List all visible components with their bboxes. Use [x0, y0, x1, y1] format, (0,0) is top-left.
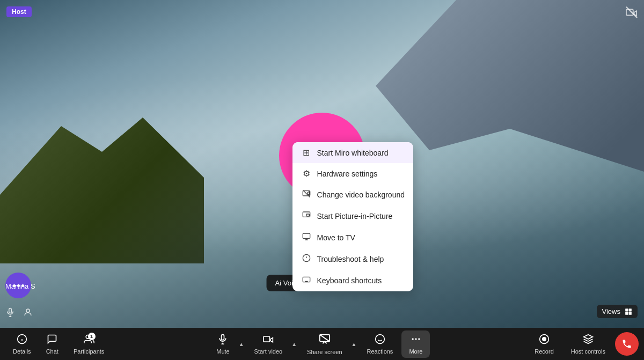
toolbar: Details Chat 1 Participants: [0, 328, 644, 360]
more-label: More: [409, 348, 422, 355]
participants-button[interactable]: 1 Participants: [66, 330, 112, 358]
participant-controls: [5, 307, 33, 320]
share-screen-button[interactable]: Share screen: [299, 330, 349, 358]
details-icon: [17, 334, 27, 347]
participants-count-badge: 1: [88, 333, 96, 340]
svg-rect-14: [303, 233, 310, 238]
gear-icon: ⚙: [301, 168, 312, 179]
start-video-button[interactable]: Start video: [247, 330, 290, 358]
troubleshoot-icon: [301, 254, 312, 265]
share-arrow-button[interactable]: ▲: [350, 340, 358, 348]
more-button[interactable]: More: [401, 330, 430, 358]
share-screen-group: Share screen ▲: [299, 330, 358, 358]
pip-icon: [301, 211, 312, 222]
host-controls-icon: [583, 334, 594, 347]
menu-item-hardware[interactable]: ⚙ Hardware settings: [292, 163, 413, 184]
svg-rect-2: [625, 308, 628, 311]
mute-button[interactable]: Mute: [209, 330, 237, 358]
mute-group: Mute ▲: [209, 330, 245, 358]
svg-line-28: [320, 334, 330, 341]
svg-point-33: [415, 338, 416, 340]
video-area: Host MS Views: [0, 0, 644, 328]
miro-icon: ⊞: [301, 148, 312, 158]
menu-item-miro[interactable]: ⊞ Start Miro whiteboard: [292, 142, 413, 163]
menu-item-video-bg[interactable]: Change video background: [292, 184, 413, 205]
mute-arrow-button[interactable]: ▲: [237, 340, 246, 348]
svg-point-9: [26, 309, 30, 312]
start-video-icon: [263, 334, 274, 347]
views-button[interactable]: Views: [597, 305, 638, 318]
video-arrow-button[interactable]: ▲: [290, 340, 298, 348]
host-controls-button[interactable]: Host controls: [564, 330, 613, 358]
person-icon: [23, 307, 33, 320]
chat-label: Chat: [46, 348, 58, 355]
chat-icon: [47, 334, 57, 347]
svg-rect-26: [264, 336, 270, 342]
share-screen-label: Share screen: [307, 349, 342, 355]
end-call-button[interactable]: [615, 332, 639, 356]
svg-rect-6: [9, 308, 12, 313]
start-video-label: Start video: [254, 348, 283, 355]
tv-icon: [301, 232, 312, 243]
chat-button[interactable]: Chat: [39, 330, 66, 358]
more-icon: [411, 334, 421, 347]
reactions-icon: [375, 334, 385, 347]
mic-icon: [5, 307, 15, 320]
menu-item-pip[interactable]: Start Picture-in-Picture: [292, 205, 413, 227]
record-button[interactable]: Record: [527, 330, 561, 358]
reactions-label: Reactions: [367, 348, 393, 355]
svg-rect-3: [629, 308, 632, 311]
context-menu: ⊞ Start Miro whiteboard ⚙ Hardware setti…: [292, 142, 413, 291]
svg-rect-13: [306, 214, 309, 216]
toolbar-left: Details Chat 1 Participants: [5, 330, 112, 358]
reactions-button[interactable]: Reactions: [359, 330, 400, 358]
participant-name: Martina S: [5, 282, 35, 290]
menu-item-tv[interactable]: Move to TV: [292, 227, 413, 248]
video-bg-icon: [301, 189, 312, 200]
start-video-group: Start video ▲: [247, 330, 299, 358]
record-label: Record: [535, 348, 553, 355]
share-screen-icon: [319, 333, 331, 348]
record-icon: [539, 334, 550, 347]
host-controls-label: Host controls: [571, 348, 605, 355]
menu-item-troubleshoot[interactable]: Troubleshoot & help: [292, 248, 413, 270]
svg-point-34: [418, 338, 420, 340]
toolbar-right: Record Host controls: [527, 330, 639, 358]
details-button[interactable]: Details: [5, 330, 39, 358]
mute-icon: [217, 334, 228, 347]
svg-rect-23: [222, 334, 224, 340]
participants-label: Participants: [74, 348, 104, 355]
svg-point-36: [543, 337, 546, 341]
participants-icon: 1: [84, 334, 94, 347]
svg-rect-5: [629, 312, 632, 314]
details-label: Details: [13, 348, 31, 355]
svg-rect-4: [625, 312, 628, 314]
camera-off-icon: [626, 6, 638, 21]
keyboard-icon: [301, 275, 312, 286]
host-badge: Host: [6, 6, 32, 17]
svg-point-29: [376, 334, 385, 343]
svg-point-32: [412, 338, 413, 340]
svg-line-1: [626, 7, 637, 18]
menu-item-shortcuts[interactable]: Keyboard shortcuts: [292, 270, 413, 291]
mute-label: Mute: [216, 348, 229, 355]
toolbar-center: Mute ▲ Start video ▲: [209, 330, 430, 358]
